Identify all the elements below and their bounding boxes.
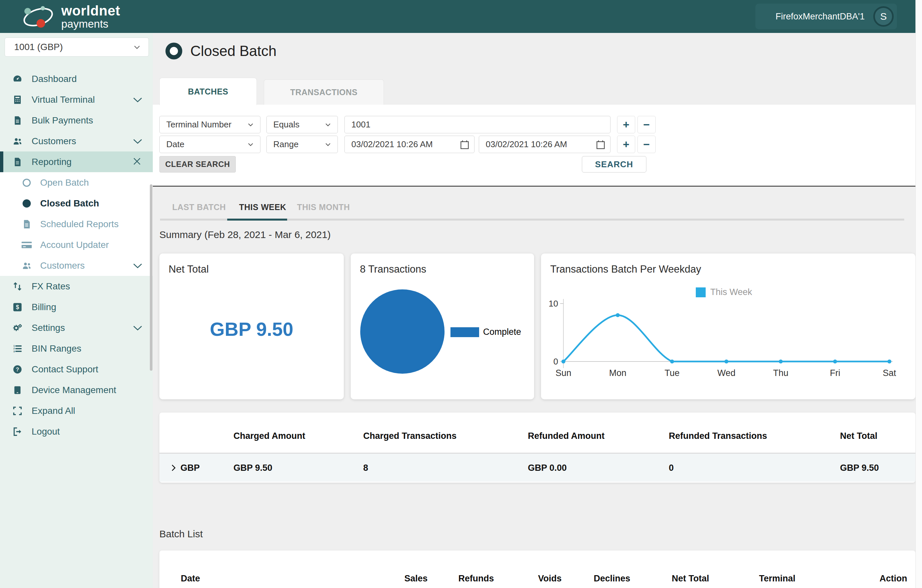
terminal-select[interactable]: 1001 (GBP) <box>5 38 149 57</box>
sidebar-item-label: Closed Batch <box>40 198 99 209</box>
net-total-card: Net Total GBP 9.50 <box>159 253 344 399</box>
closed-batch-page-icon <box>165 42 183 60</box>
sidebar-item-reporting[interactable]: Reporting <box>0 152 153 172</box>
column-header: Date <box>181 573 200 584</box>
currency-code: GBP <box>180 463 200 473</box>
filter-field-select[interactable]: Terminal Number <box>159 116 260 133</box>
sidebar-item-closed-batch[interactable]: Closed Batch <box>0 193 153 214</box>
legend-swatch <box>696 287 706 297</box>
period-tab-track <box>160 219 904 220</box>
sidebar-item-label: Customers <box>40 260 85 271</box>
column-header: Voids <box>538 573 562 584</box>
sidebar-item-bin-ranges[interactable]: 123 BIN Ranges <box>0 338 153 359</box>
net-total-value: GBP 9.50 <box>159 318 344 340</box>
filter-operator-select-2[interactable]: Range <box>266 136 338 153</box>
sidebar-item-label: Customers <box>32 136 76 147</box>
sidebar-item-scheduled-reports[interactable]: Scheduled Reports <box>0 214 153 234</box>
customers-icon <box>12 136 23 147</box>
sidebar-item-billing[interactable]: $ Billing <box>0 297 153 317</box>
charged-amount: GBP 9.50 <box>234 463 272 473</box>
tab-label: BATCHES <box>188 87 228 96</box>
search-button[interactable]: SEARCH <box>582 156 646 173</box>
tab-batches[interactable]: BATCHES <box>159 78 257 105</box>
period-tab-this-month[interactable]: THIS MONTH <box>297 203 350 212</box>
device-icon <box>12 385 23 396</box>
remove-filter-button-2[interactable]: − <box>638 136 656 153</box>
batch-list-heading: Batch List <box>159 528 203 540</box>
card-title: Net Total <box>168 263 209 275</box>
svg-text:Thu: Thu <box>773 368 789 378</box>
svg-text:$: $ <box>16 304 19 310</box>
column-header: Charged Amount <box>234 431 305 441</box>
add-filter-button[interactable]: + <box>617 116 635 133</box>
chevron-down-icon <box>132 135 144 147</box>
search-filter-panel: Terminal Number Equals + − Date Range 03… <box>153 105 915 186</box>
sidebar-item-expand-all[interactable]: Expand All <box>0 400 153 421</box>
sidebar-item-label: Billing <box>32 302 56 312</box>
bin-ranges-list-icon: 123 <box>12 343 23 354</box>
svg-text:Sun: Sun <box>556 368 571 378</box>
date-to-input[interactable]: 03/02/2021 10:26 AM <box>479 136 610 153</box>
brand-logo[interactable]: worldnet payments <box>0 4 120 29</box>
summary-heading: Summary (Feb 28, 2021 - Mar 6, 2021) <box>159 229 330 240</box>
sidebar-item-dashboard[interactable]: Dashboard <box>0 69 153 89</box>
sidebar-item-fx-rates[interactable]: FX Rates <box>0 276 153 297</box>
svg-text:3: 3 <box>13 350 15 353</box>
logout-icon <box>12 426 23 437</box>
page-header: Closed Batch <box>165 40 276 62</box>
sidebar-item-label: Logout <box>32 426 60 437</box>
column-header: Refunded Transactions <box>669 431 767 441</box>
remove-filter-button[interactable]: − <box>638 116 656 133</box>
top-bar: worldnet payments FirefoxMerchantDBA'1 S <box>0 0 915 33</box>
column-header: Net Total <box>840 431 878 441</box>
customers-icon <box>21 260 32 271</box>
sidebar-item-bulk-payments[interactable]: Bulk Payments <box>0 110 153 131</box>
sidebar-item-logout[interactable]: Logout <box>0 421 153 442</box>
page-scrollbar[interactable] <box>915 0 922 588</box>
filter-field-select-2[interactable]: Date <box>159 136 260 153</box>
tab-label: TRANSACTIONS <box>290 88 358 97</box>
scheduled-reports-icon <box>21 219 32 230</box>
sidebar-item-virtual-terminal[interactable]: Virtual Terminal <box>0 89 153 110</box>
sidebar-item-open-batch[interactable]: Open Batch <box>0 172 153 193</box>
date-from-input[interactable]: 03/02/2021 10:26 AM <box>345 136 474 153</box>
sidebar-item-account-updater[interactable]: Account Updater <box>0 234 153 255</box>
sidebar-item-contact-support[interactable]: ? Contact Support <box>0 359 153 380</box>
tab-transactions[interactable]: TRANSACTIONS <box>264 79 384 105</box>
sidebar-item-settings[interactable]: Settings <box>0 317 153 338</box>
sidebar-item-label: Scheduled Reports <box>40 219 119 229</box>
period-tab-last-batch[interactable]: LAST BATCH <box>172 203 226 212</box>
terminal-select-value: 1001 (GBP) <box>14 42 63 52</box>
add-filter-button-2[interactable]: + <box>617 136 635 153</box>
refunded-transactions: 0 <box>669 463 674 473</box>
filter-field-value: Date <box>166 139 185 149</box>
close-icon[interactable] <box>132 156 144 168</box>
sidebar-item-customers-sub[interactable]: Customers <box>0 255 153 276</box>
card-title: Transactions Batch Per Weekday <box>550 263 701 275</box>
main-content: Closed Batch BATCHES TRANSACTIONS Termin… <box>153 33 915 588</box>
orbit-logo-icon <box>21 4 55 29</box>
sidebar-scrollbar-thumb[interactable] <box>150 185 152 371</box>
currency-summary-table: Charged Amount Charged Transactions Refu… <box>159 413 915 483</box>
expand-all-icon <box>12 405 23 416</box>
filter-value-input[interactable] <box>351 119 603 130</box>
merchant-account-button[interactable]: FirefoxMerchantDBA'1 S <box>755 3 897 29</box>
billing-icon: $ <box>12 302 23 313</box>
chevron-down-icon <box>132 260 144 272</box>
column-header: Sales <box>404 573 428 584</box>
sidebar-item-device-management[interactable]: Device Management <box>0 380 153 400</box>
row-net-total: GBP 9.50 <box>840 463 879 473</box>
legend-swatch <box>450 327 479 337</box>
sidebar-nav: Dashboard Virtual Terminal Bulk Payments… <box>0 69 153 442</box>
filter-operator-select[interactable]: Equals <box>266 116 338 133</box>
currency-table-row[interactable]: GBP GBP 9.50 8 GBP 0.00 0 GBP 9.50 <box>159 454 915 482</box>
clear-search-button[interactable]: CLEAR SEARCH <box>159 156 236 173</box>
reporting-submenu: Open Batch Closed Batch Scheduled Report… <box>0 172 153 276</box>
open-batch-icon <box>21 177 32 188</box>
chevron-right-icon <box>169 464 178 472</box>
chevron-down-icon <box>132 322 144 334</box>
period-tab-this-week[interactable]: THIS WEEK <box>239 203 286 212</box>
svg-text:?: ? <box>16 366 19 372</box>
sidebar-item-customers[interactable]: Customers <box>0 131 153 152</box>
panel-divider <box>153 186 915 187</box>
